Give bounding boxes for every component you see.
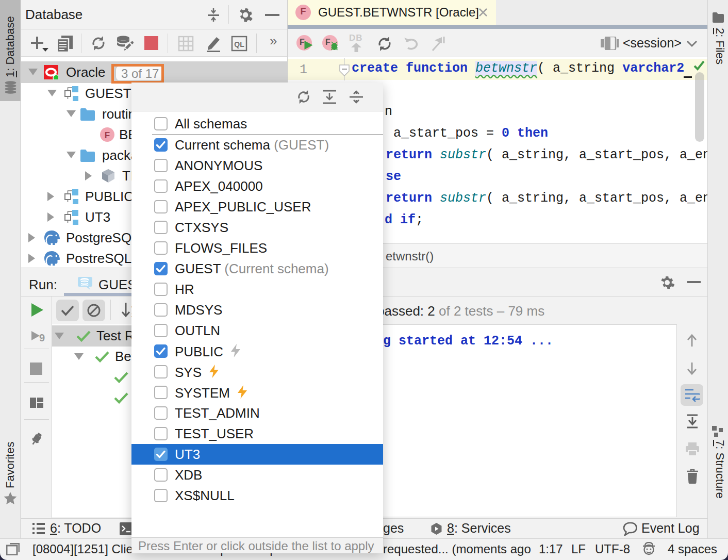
svg-text:9: 9 — [39, 332, 45, 343]
svg-text:F: F — [105, 130, 110, 140]
svg-text:QL: QL — [234, 40, 244, 48]
